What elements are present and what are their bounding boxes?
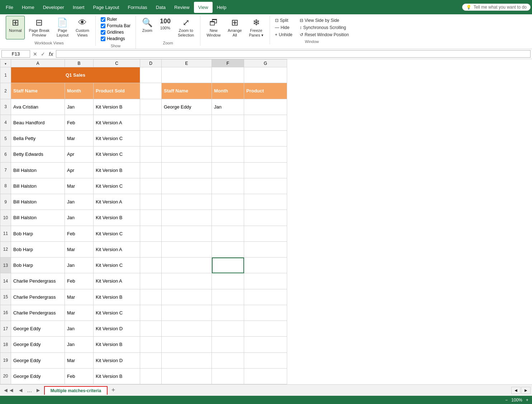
view-side-by-side-button[interactable]: ⊟ View Side by Side — [298, 17, 351, 24]
gridlines-check[interactable]: Gridlines — [100, 29, 131, 35]
cell-E18[interactable] — [162, 337, 212, 352]
cell-D8[interactable] — [140, 178, 162, 194]
cell-E15[interactable] — [162, 289, 212, 305]
cell-F19[interactable] — [212, 352, 244, 368]
cell-C4[interactable]: Kit Version A — [94, 115, 140, 130]
cell-E7[interactable] — [162, 162, 212, 178]
cell-A8[interactable]: Bill Halston — [11, 178, 65, 194]
cell-C19[interactable]: Kit Version D — [94, 352, 140, 368]
cell-F1[interactable] — [212, 67, 244, 83]
cell-D1[interactable] — [140, 67, 162, 83]
cell-A2[interactable]: Staff Name — [11, 83, 65, 99]
cell-E5[interactable] — [162, 131, 212, 146]
cell-G13[interactable] — [244, 258, 287, 273]
cell-B16[interactable]: Mar — [65, 305, 94, 321]
cell-C11[interactable]: Kit Version C — [94, 226, 140, 241]
zoom-in-icon[interactable]: + — [525, 397, 529, 403]
cell-B13[interactable]: Jan — [65, 258, 94, 273]
cell-G15[interactable] — [244, 289, 287, 305]
cell-G6[interactable] — [244, 146, 287, 162]
cell-A15[interactable]: Charlie Pendergrass — [11, 289, 65, 305]
cell-E4[interactable] — [162, 115, 212, 130]
cell-G16[interactable] — [244, 305, 287, 321]
cell-G9[interactable] — [244, 194, 287, 210]
menu-view[interactable]: View — [194, 2, 213, 13]
cell-F4[interactable] — [212, 115, 244, 130]
cell-A4[interactable]: Beau Handford — [11, 115, 65, 130]
cell-G1[interactable] — [244, 67, 287, 83]
cell-A16[interactable]: Charlie Pendergrass — [11, 305, 65, 321]
cell-F11[interactable] — [212, 226, 244, 241]
cell-D16[interactable] — [140, 305, 162, 321]
ruler-check[interactable]: Ruler — [100, 16, 131, 22]
cell-D3[interactable] — [140, 99, 162, 115]
cell-B9[interactable]: Jan — [65, 194, 94, 210]
normal-view-button[interactable]: ⊞ Normal — [6, 16, 25, 39]
add-sheet-button[interactable]: + — [109, 386, 118, 395]
cell-reference-box[interactable] — [1, 50, 30, 58]
cell-A19[interactable]: George Eddy — [11, 352, 65, 368]
cell-A18[interactable]: George Eddy — [11, 337, 65, 352]
cell-A12[interactable]: Bob Harp — [11, 241, 65, 257]
cell-E9[interactable] — [162, 194, 212, 210]
tab-nav-next[interactable]: ► — [34, 386, 43, 394]
cell-F15[interactable] — [212, 289, 244, 305]
cell-D18[interactable] — [140, 337, 162, 352]
cell-C20[interactable]: Kit Version B — [94, 368, 140, 384]
cell-D15[interactable] — [140, 289, 162, 305]
cell-F2[interactable]: Month — [212, 83, 244, 99]
cell-G10[interactable] — [244, 210, 287, 226]
cell-E14[interactable] — [162, 273, 212, 289]
cell-D13[interactable] — [140, 258, 162, 273]
cell-E1[interactable] — [162, 67, 212, 83]
cell-A13[interactable]: Bob Harp — [11, 258, 65, 273]
col-header-D[interactable]: D — [140, 59, 162, 67]
cell-B3[interactable]: Jan — [65, 99, 94, 115]
scroll-left-arrow[interactable]: ◄ — [511, 387, 521, 394]
freeze-panes-button[interactable]: ❄ FreezePanes ▾ — [246, 16, 266, 39]
cell-B19[interactable]: Mar — [65, 352, 94, 368]
cell-C2[interactable]: Product Sold — [94, 83, 140, 99]
page-break-preview-button[interactable]: ⊟ Page BreakPreview — [25, 16, 52, 39]
cell-B12[interactable]: Mar — [65, 241, 94, 257]
cell-A11[interactable]: Bob Harp — [11, 226, 65, 241]
cell-B17[interactable]: Jan — [65, 321, 94, 337]
cell-E12[interactable] — [162, 241, 212, 257]
tab-nav-first[interactable]: ◄◄ — [1, 386, 16, 394]
cell-E20[interactable] — [162, 368, 212, 384]
menu-insert[interactable]: Insert — [68, 2, 89, 13]
custom-views-button[interactable]: 👁 CustomViews — [72, 16, 92, 39]
cell-D14[interactable] — [140, 273, 162, 289]
cell-F3[interactable]: Jan — [212, 99, 244, 115]
cell-B15[interactable]: Mar — [65, 289, 94, 305]
cell-C14[interactable]: Kit Version A — [94, 273, 140, 289]
menu-developer[interactable]: Developer — [39, 2, 68, 13]
reset-window-position-button[interactable]: ↺ Reset Window Position — [298, 32, 351, 38]
cell-D2[interactable] — [140, 83, 162, 99]
gridlines-checkbox[interactable] — [101, 30, 105, 35]
arrange-all-button[interactable]: ⊞ ArrangeAll — [224, 16, 245, 39]
cell-G7[interactable] — [244, 162, 287, 178]
cell-F9[interactable] — [212, 194, 244, 210]
headings-checkbox[interactable] — [101, 37, 105, 41]
cell-C16[interactable]: Kit Version C — [94, 305, 140, 321]
cell-C5[interactable]: Kit Version C — [94, 131, 140, 146]
zoom-out-icon[interactable]: − — [504, 397, 508, 403]
cell-A17[interactable]: George Eddy — [11, 321, 65, 337]
cell-B20[interactable]: Feb — [65, 368, 94, 384]
cell-D5[interactable] — [140, 131, 162, 146]
menu-home[interactable]: Home — [18, 2, 39, 13]
hide-button[interactable]: — Hide — [273, 24, 295, 31]
cancel-formula-icon[interactable]: ✕ — [32, 50, 39, 58]
split-button[interactable]: ⊡ Split — [273, 17, 295, 24]
col-header-A[interactable]: A — [11, 59, 65, 67]
cell-F16[interactable] — [212, 305, 244, 321]
cell-F6[interactable] — [212, 146, 244, 162]
cell-B18[interactable]: Jan — [65, 337, 94, 352]
formula-bar-checkbox[interactable] — [101, 24, 105, 28]
cell-D12[interactable] — [140, 241, 162, 257]
cell-G5[interactable] — [244, 131, 287, 146]
cell-G3[interactable] — [244, 99, 287, 115]
cell-F18[interactable] — [212, 337, 244, 352]
cell-G12[interactable] — [244, 241, 287, 257]
